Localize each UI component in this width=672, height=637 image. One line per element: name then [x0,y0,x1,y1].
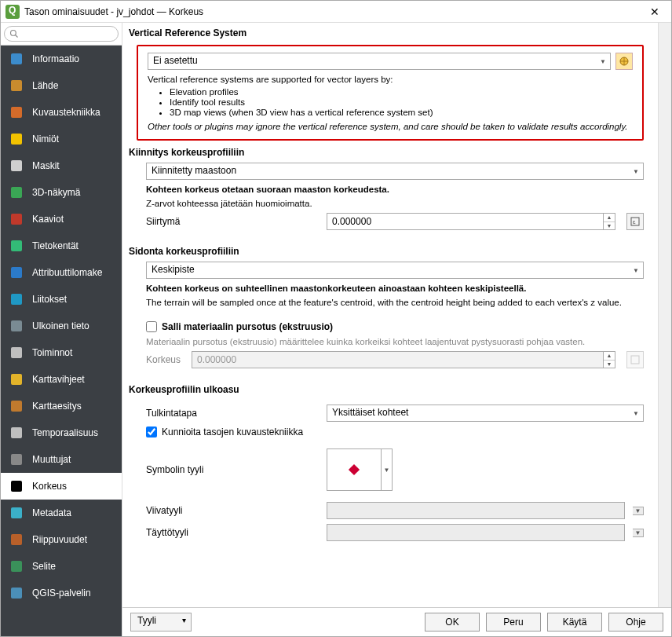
sidebar-item-attribuuttilomake[interactable]: Attribuuttilomake [1,259,122,286]
sidebar-item-label: Temporaalisuus [32,427,98,438]
style-menu-button[interactable]: Tyyli [130,613,192,632]
svg-rect-4 [11,107,22,118]
extrusion-desc: Materiaalin pursotus (ekstruusio) määrit… [146,337,644,346]
sidebar-icon [9,585,24,601]
qgis-app-icon [5,5,20,19]
sidebar-item-l-hde[interactable]: Lähde [1,72,122,99]
vrs-highlight-box: Ei asetettu Vertical reference systems a… [137,45,644,141]
window-title: Tason ominaisuudet - jv_johdot — Korkeus [24,6,643,17]
diamond-icon [349,464,360,475]
svg-rect-18 [11,481,22,492]
sidebar-item-kaaviot[interactable]: Kaaviot [1,206,122,232]
sidebar-item-label: Attribuuttilomake [32,267,102,278]
sidebar-icon [9,211,24,227]
sidebar-item-metadata[interactable]: Metadata [1,500,122,526]
sidebar-item-qgis-palvelin[interactable]: QGIS-palvelin [1,580,122,606]
svg-rect-5 [11,134,22,145]
offset-expression-button[interactable]: ε [626,213,644,230]
sidebar-icon [9,131,24,147]
svg-point-0 [11,31,16,36]
sidebar-icon [9,452,24,467]
appearance-header: Korkeusprofiilin ulkoasu [122,379,658,397]
sidebar-icon [9,345,24,361]
extrusion-expression-button [626,351,644,368]
svg-rect-11 [11,294,22,305]
left-column: InformaatioLähdeKuvaustekniikkaNimiötMas… [1,23,122,636]
svg-rect-9 [11,240,22,251]
sidebar-item-riippuvuudet[interactable]: Riippuvuudet [1,526,122,553]
offset-spinbox[interactable]: ▲▼ [327,213,615,230]
extrusion-height-label: Korkeus [146,354,184,365]
sidebar-item-label: Korkeus [32,481,67,492]
sidebar-item-3d-n-kym-[interactable]: 3D-näkymä [1,179,122,206]
svg-rect-21 [11,561,22,572]
sidebar-item-nimi-t[interactable]: Nimiöt [1,126,122,152]
symbol-style-label: Symbolin tyyli [146,464,319,475]
expression-icon [630,355,640,364]
main-scroll[interactable]: Vertical Reference System Ei asetettu Ve… [122,23,658,607]
sidebar-item-liitokset[interactable]: Liitokset [1,286,122,313]
binding-body: Keskipiste Kohteen korkeus on suhteellin… [122,258,658,318]
sidebar-item-karttaesitys[interactable]: Karttaesitys [1,393,122,419]
sidebar-item-informaatio[interactable]: Informaatio [1,46,122,72]
sidebar-item-label: Karttavihjeet [32,374,85,385]
sidebar-item-label: Metadata [32,507,71,518]
sidebar-item-ulkoinen-tieto[interactable]: Ulkoinen tieto [1,313,122,339]
symbol-swatch-dropdown[interactable]: ▼ [382,448,393,491]
svg-rect-16 [11,427,22,438]
sidebar-item-muuttujat[interactable]: Muuttujat [1,446,122,473]
sidebar-icon [9,425,24,441]
sidebar-item-karttavihjeet[interactable]: Karttavihjeet [1,366,122,393]
sidebar-icon [9,398,24,414]
sidebar-item-kuvaustekniikka[interactable]: Kuvaustekniikka [1,99,122,126]
sidebar-item-korkeus[interactable]: Korkeus [1,473,122,500]
globe-icon [619,56,630,67]
offset-input[interactable] [327,213,603,230]
sidebar-item-selite[interactable]: Selite [1,553,122,580]
sidebar-icon [9,558,24,574]
vrs-select[interactable]: Ei asetettu [148,53,611,70]
offset-label: Siirtymä [146,216,319,227]
cancel-button[interactable]: Peru [486,613,541,632]
respect-symbology-checkbox[interactable] [146,426,157,437]
sidebar-icon [9,78,24,93]
symbol-swatch[interactable] [327,448,382,491]
sidebar-item-maskit[interactable]: Maskit [1,152,122,179]
interpretation-select[interactable]: Yksittäiset kohteet [327,405,644,422]
sidebar-item-label: Karttaesitys [32,401,82,412]
sidebar-item-label: Muuttujat [32,454,71,465]
extrusion-height-arrows: ▲▼ [603,351,615,368]
svg-rect-22 [11,588,22,599]
main-scrollbar[interactable] [658,23,671,607]
extrusion-body: Salli materiaalin pursotus (ekstruusio) … [122,321,658,379]
sidebar-search-input[interactable] [4,26,119,42]
respect-symbology-label: Kunnioita tasojen kuvaustekniikka [162,426,303,437]
interpretation-value: Yksittäiset kohteet [327,405,644,422]
sidebar-item-temporaalisuus[interactable]: Temporaalisuus [1,419,122,446]
binding-mode-select[interactable]: Keskipiste [146,262,644,279]
sidebar-item-tietokent-t[interactable]: Tietokentät [1,232,122,259]
apply-button[interactable]: Käytä [547,613,602,632]
svg-rect-7 [11,187,22,198]
svg-rect-20 [11,534,22,545]
offset-spin-arrows[interactable]: ▲▼ [603,213,615,230]
vrs-picker-button[interactable] [615,53,633,70]
svg-rect-19 [11,507,22,518]
sidebar-icon [9,532,24,547]
sidebar-item-label: Maskit [32,160,60,171]
help-button[interactable]: Ohje [608,613,663,632]
vrs-bullet: Elevation profiles [170,87,633,97]
sidebar-item-label: Riippuvuudet [32,534,87,545]
binding-header: Sidonta korkeusprofiiliin [122,241,658,258]
expression-icon: ε [630,217,640,226]
window-body: InformaatioLähdeKuvaustekniikkaNimiötMas… [1,23,671,636]
ok-button[interactable]: OK [425,613,480,632]
window-close-button[interactable]: ✕ [643,5,667,18]
extrusion-checkbox[interactable] [146,321,157,332]
clamp-body: Kiinnitetty maastoon Kohteen korkeus ote… [122,159,658,241]
style-menu-label: Tyyli [137,615,156,626]
clamp-mode-select[interactable]: Kiinnitetty maastoon [146,163,644,180]
sidebar-item-toiminnot[interactable]: Toiminnot [1,339,122,366]
sidebar-icon [9,185,24,200]
sidebar-item-label: Kaaviot [32,214,64,225]
